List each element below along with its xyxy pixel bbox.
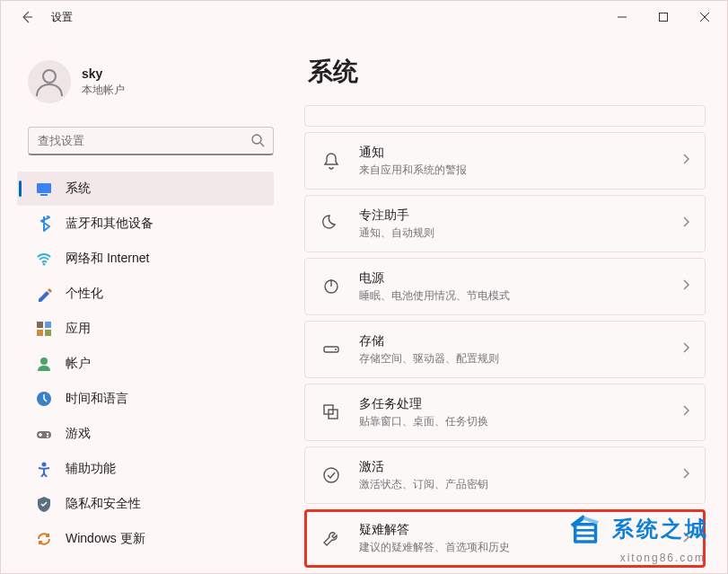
chevron-right-icon (681, 341, 690, 358)
svg-rect-30 (577, 537, 594, 541)
card-title: 激活 (359, 459, 681, 475)
svg-point-9 (43, 263, 46, 266)
card-subtitle: 来自应用和系统的警报 (359, 163, 681, 178)
card-storage[interactable]: 存储 存储空间、驱动器、配置规则 (304, 321, 706, 378)
search-input[interactable] (28, 127, 274, 155)
user-icon (31, 63, 68, 101)
card-title: 电源 (359, 270, 681, 287)
sidebar-item-personalize[interactable]: 个性化 (17, 277, 274, 311)
search-icon (250, 133, 265, 151)
account-subtitle: 本地帐户 (82, 83, 125, 98)
watermark-text: 系统之城 (612, 518, 709, 540)
sidebar-item-time-lang[interactable]: 时间和语言 (17, 382, 274, 416)
maximize-button[interactable] (643, 1, 684, 33)
svg-point-4 (43, 70, 56, 83)
sidebar-item-label: Windows 更新 (66, 531, 145, 547)
accessibility-icon (35, 461, 53, 477)
svg-point-18 (47, 436, 48, 437)
gaming-icon (35, 426, 53, 442)
sidebar-item-label: 网络和 Internet (66, 251, 149, 267)
account-icon (35, 356, 53, 372)
close-icon (700, 13, 709, 22)
svg-point-17 (47, 433, 48, 435)
card-activate[interactable]: 激活 激活状态、订阅、产品密钥 (304, 446, 706, 504)
card-subtitle: 睡眠、电池使用情况、节电模式 (359, 288, 681, 304)
svg-rect-29 (577, 532, 594, 535)
account-block[interactable]: sky 本地帐户 (17, 39, 288, 121)
avatar (28, 60, 71, 103)
svg-point-14 (40, 358, 48, 365)
sidebar-item-account[interactable]: 帐户 (17, 347, 274, 381)
maximize-icon (659, 13, 668, 22)
sidebar-item-label: 系统 (66, 181, 91, 197)
sidebar-item-accessibility[interactable]: 辅助功能 (17, 452, 274, 486)
window-title: 设置 (51, 10, 73, 25)
multitask-icon (320, 402, 343, 422)
storage-icon (320, 340, 343, 359)
svg-point-26 (324, 468, 338, 482)
watermark-url: xitong86.com (620, 552, 706, 564)
card-multitask[interactable]: 多任务处理 贴靠窗口、桌面、任务切换 (304, 384, 706, 441)
bluetooth-icon (35, 216, 53, 232)
wifi-icon (35, 251, 53, 267)
sidebar-item-system[interactable]: 系统 (17, 172, 274, 206)
sidebar-item-label: 应用 (66, 321, 91, 337)
sidebar-item-gaming[interactable]: 游戏 (17, 417, 274, 451)
card-prev-peek[interactable] (304, 105, 706, 127)
sidebar-item-label: 时间和语言 (66, 391, 128, 407)
card-bell[interactable]: 通知 来自应用和系统的警报 (304, 132, 706, 190)
chevron-right-icon (681, 467, 690, 483)
bell-icon (320, 151, 343, 171)
card-power[interactable]: 电源 睡眠、电池使用情况、节电模式 (304, 258, 706, 315)
activate-icon (320, 465, 343, 485)
sidebar-item-bluetooth[interactable]: 蓝牙和其他设备 (17, 207, 274, 241)
svg-rect-8 (40, 194, 48, 196)
chevron-right-icon (681, 404, 690, 420)
card-title: 多任务处理 (359, 396, 681, 412)
close-button[interactable] (684, 1, 725, 33)
svg-rect-10 (37, 322, 43, 328)
sidebar-item-label: 个性化 (66, 286, 103, 302)
svg-line-6 (260, 143, 264, 146)
svg-point-5 (252, 135, 261, 144)
time-lang-icon (35, 391, 53, 407)
sidebar: sky 本地帐户 系统蓝牙和其他设备网络和 Internet个性化应用帐户时间和… (1, 33, 288, 572)
sidebar-item-update[interactable]: Windows 更新 (17, 522, 274, 556)
main-panel: 系统 通知 来自应用和系统的警报 专注助手 通知、自动规则 电源 睡眠、电池使用… (288, 33, 727, 572)
back-button[interactable] (17, 7, 37, 27)
svg-rect-11 (45, 322, 51, 328)
card-subtitle: 通知、自动规则 (359, 225, 681, 241)
minimize-icon (618, 13, 627, 22)
system-icon (35, 181, 53, 197)
chevron-right-icon (681, 278, 690, 295)
sidebar-item-apps[interactable]: 应用 (17, 312, 274, 346)
account-name: sky (82, 66, 125, 81)
power-icon (320, 277, 343, 296)
sidebar-item-label: 游戏 (66, 426, 91, 442)
nav-list: 系统蓝牙和其他设备网络和 Internet个性化应用帐户时间和语言游戏辅助功能隐… (17, 172, 274, 556)
minimize-button[interactable] (601, 1, 643, 33)
watermark: 系统之城 (567, 510, 709, 548)
personalize-icon (35, 286, 53, 302)
svg-point-19 (42, 463, 47, 467)
svg-rect-7 (37, 183, 51, 193)
svg-rect-1 (660, 13, 668, 22)
sidebar-item-label: 帐户 (66, 356, 91, 372)
card-title: 专注助手 (359, 208, 681, 224)
svg-rect-12 (37, 330, 43, 336)
card-subtitle: 激活状态、订阅、产品密钥 (359, 477, 681, 492)
sidebar-item-privacy[interactable]: 隐私和安全性 (17, 487, 274, 521)
privacy-icon (35, 496, 53, 512)
chevron-right-icon (681, 153, 690, 169)
svg-rect-28 (577, 526, 594, 530)
troubleshoot-icon (320, 529, 343, 549)
card-moon[interactable]: 专注助手 通知、自动规则 (304, 195, 706, 252)
page-title: 系统 (308, 55, 706, 89)
sidebar-item-wifi[interactable]: 网络和 Internet (17, 242, 274, 276)
moon-icon (320, 214, 343, 234)
apps-icon (35, 321, 53, 337)
card-title: 存储 (359, 333, 681, 349)
svg-rect-13 (45, 330, 51, 336)
cards-list: 通知 来自应用和系统的警报 专注助手 通知、自动规则 电源 睡眠、电池使用情况、… (304, 105, 706, 568)
chevron-right-icon (681, 216, 690, 232)
